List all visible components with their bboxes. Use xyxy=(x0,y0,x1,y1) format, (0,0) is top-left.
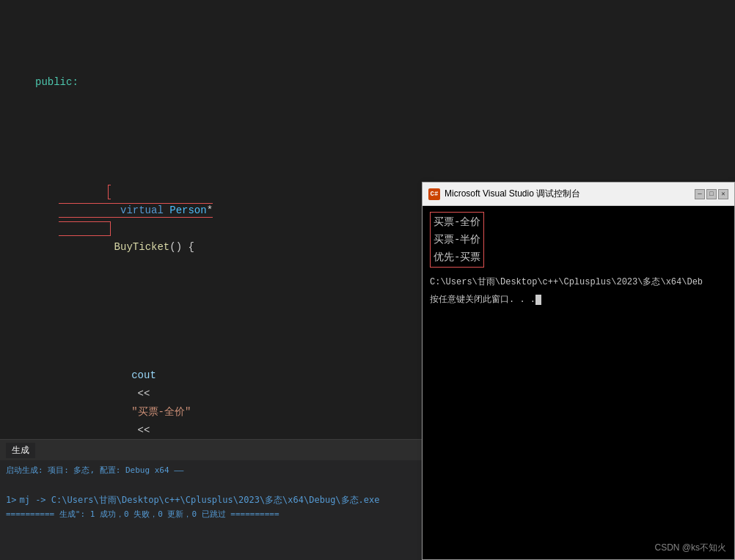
maximize-button[interactable]: □ xyxy=(706,189,717,199)
virtual-person-box: virtual Person* xyxy=(59,185,213,236)
console-controls: ─ □ ✕ xyxy=(695,189,728,199)
console-path: C:\Users\甘雨\Desktop\c++\Cplusplus\2023\多… xyxy=(430,273,727,291)
code-line-cout1: cout << "买票-全价" << endl ; xyxy=(0,348,422,440)
code-line-1: public: xyxy=(0,73,422,92)
console-output-box: 买票-全价 买票-半价 优先-买票 xyxy=(430,212,484,268)
build-output: 启动生成: 项目: 多态, 配置: Debug x64 —— 1> mj -> … xyxy=(0,460,422,525)
code-line-virtual: virtual Person* BuyTicket() { xyxy=(0,165,422,275)
build-line-4: ========== 生成": 1 成功，0 失败，0 更新，0 已跳过 ===… xyxy=(6,507,416,522)
console-title: Microsoft Visual Studio 调试控制台 xyxy=(445,188,690,200)
build-line-3: 1> mj -> C:\Users\甘雨\Desktop\c++\Cpluspl… xyxy=(6,493,416,507)
watermark: CSDN @ks不知火 xyxy=(654,542,726,554)
console-output-group: 买票-全价 买票-半价 优先-买票 xyxy=(430,212,727,268)
minimize-button[interactable]: ─ xyxy=(695,189,705,199)
bottom-tabs: 生成 xyxy=(0,440,422,460)
console-window: C# Microsoft Visual Studio 调试控制台 ─ □ ✕ 买… xyxy=(422,182,735,560)
console-titlebar: C# Microsoft Visual Studio 调试控制台 ─ □ ✕ xyxy=(423,183,734,206)
code-editor: public: virtual Person* BuyTicket() { co… xyxy=(0,0,422,440)
bottom-panel: 生成 启动生成: 项目: 多态, 配置: Debug x64 —— 1> mj … xyxy=(0,439,422,560)
close-button[interactable]: ✕ xyxy=(718,189,728,199)
tab-build[interactable]: 生成 xyxy=(6,443,35,458)
vs-icon: C# xyxy=(428,188,440,200)
console-cursor xyxy=(535,295,541,305)
build-line-2 xyxy=(6,478,416,493)
code-lines: public: virtual Person* BuyTicket() { co… xyxy=(0,0,422,440)
console-body: 买票-全价 买票-半价 优先-买票 C:\Users\甘雨\Desktop\c+… xyxy=(423,206,734,559)
build-line-1: 启动生成: 项目: 多态, 配置: Debug x64 —— xyxy=(6,463,416,478)
console-prompt: 按任意键关闭此窗口. . . xyxy=(430,291,727,309)
